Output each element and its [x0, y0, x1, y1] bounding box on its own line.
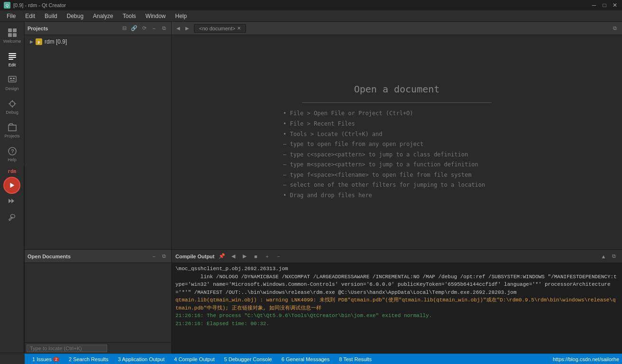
maximize-button[interactable]: □ [601, 2, 608, 9]
status-tab-compile[interactable]: 4 Compile Output [169, 354, 220, 364]
svg-rect-10 [13, 78, 15, 79]
search-bar [0, 353, 25, 364]
editor-content: Open a document • File > Open File or Pr… [172, 35, 622, 249]
menu-item-build[interactable]: Build [40, 12, 62, 20]
doc-hint-line: • Drag and drop files here [283, 191, 511, 201]
doc-hint-line: • File > Recent Files [283, 119, 511, 129]
menu-item-window[interactable]: Window [141, 12, 171, 20]
project-tree-item[interactable]: ▶ p rdm [0.9] [25, 37, 171, 46]
titlebar-controls: ─ □ ✕ [591, 2, 618, 9]
projects-panel: Projects ⊟ 🔗 ⟳ − ⧉ ▶ p [25, 22, 172, 249]
tab-back-button[interactable]: ◀ [174, 25, 182, 32]
locate-bar [25, 342, 171, 354]
projects-tree: ▶ p rdm [0.9] [25, 35, 171, 249]
menu-item-tools[interactable]: Tools [118, 12, 141, 20]
status-tab-issues[interactable]: 1 Issues2 [27, 354, 64, 364]
titlebar-title: [0.9] - rdm - Qt Creator [13, 2, 66, 8]
tree-arrow: ▶ [28, 39, 34, 45]
menu-item-file[interactable]: File [2, 12, 20, 20]
open-docs-collapse-btn[interactable]: − [150, 252, 158, 261]
status-tab-debugger[interactable]: 5 Debugger Console [220, 354, 277, 364]
project-icon: p [35, 38, 43, 46]
left-sidebar: Welcome Edit Desig [0, 22, 25, 166]
doc-hint-line: – type c<space><pattern> to jump to a cl… [283, 150, 511, 160]
compile-prev-icon[interactable]: ◀ [229, 252, 238, 261]
svg-rect-6 [9, 57, 16, 58]
tab-close-button[interactable]: ✕ [237, 26, 241, 31]
svg-rect-7 [9, 59, 13, 60]
menu-item-edit[interactable]: Edit [20, 12, 40, 20]
rdm-label: rdm [8, 169, 16, 174]
sidebar-item-help[interactable]: ? Help [2, 142, 23, 166]
open-docs-header-left: Open Documents [27, 254, 71, 259]
compile-header-left: Compile Output 📌 ◀ ▶ ■ + − [175, 252, 283, 261]
projects-header-left: Projects [27, 26, 48, 31]
sidebar-item-projects[interactable]: Projects [2, 118, 23, 142]
compile-output-panel: Compile Output 📌 ◀ ▶ ■ + − ▲ ⧉ [172, 250, 622, 354]
compile-line: 21:26:16: The process "C:\Qt\Qt5.9.6\Too… [175, 312, 618, 320]
svg-marker-19 [10, 183, 14, 188]
status-tab-app_output[interactable]: 3 Application Output [113, 354, 169, 364]
svg-rect-9 [10, 78, 12, 79]
status-tab-test[interactable]: 8 Test Results [334, 354, 376, 364]
link-icon[interactable]: 🔗 [130, 24, 138, 33]
doc-hint-line: – select one of the other filters for ju… [283, 180, 511, 191]
open-doc-divider [302, 102, 492, 103]
sidebar-item-edit[interactable]: Edit [2, 47, 23, 71]
editor-area: ◀ ▶ <no document> ✕ ⧉ Open a document • … [172, 22, 622, 249]
debug-run-icon[interactable] [7, 197, 17, 208]
wrench-icon [7, 213, 17, 223]
sidebar-projects-label: Projects [4, 134, 20, 138]
run-button[interactable] [3, 177, 20, 194]
locate-input[interactable] [27, 345, 107, 352]
status-tab-search[interactable]: 2 Search Results [64, 354, 113, 364]
lower-area: Open Documents − ⧉ [25, 249, 622, 354]
doc-hint-line: • Tools > Locate (Ctrl+K) and [283, 129, 511, 140]
menu-item-debug[interactable]: Debug [62, 12, 88, 20]
close-button[interactable]: ✕ [612, 2, 618, 9]
open-docs-icons: − ⧉ [150, 252, 168, 261]
upper-area: Projects ⊟ 🔗 ⟳ − ⧉ ▶ p [25, 22, 622, 249]
menu-item-help[interactable]: Help [171, 12, 192, 20]
tab-forward-button[interactable]: ▶ [183, 25, 191, 32]
compile-add-icon[interactable]: + [263, 252, 272, 261]
svg-point-12 [10, 101, 15, 106]
menubar: FileEditBuildDebugAnalyzeToolsWindowHelp [0, 10, 622, 22]
svg-marker-20 [9, 199, 11, 203]
sidebar-item-debug[interactable]: Debug [2, 95, 23, 118]
compile-expand-btn[interactable]: ⧉ [610, 252, 618, 261]
compile-stop-icon[interactable]: ■ [252, 252, 260, 261]
svg-rect-4 [9, 53, 16, 54]
minimize-button[interactable]: ─ [591, 2, 597, 9]
open-docs-expand-btn[interactable]: ⧉ [160, 252, 168, 261]
status-tab-general[interactable]: 6 General Messages [277, 354, 335, 364]
sidebar-welcome-label: Welcome [3, 39, 21, 44]
no-document-tab[interactable]: <no document> ✕ [194, 24, 246, 33]
compile-minus-icon[interactable]: − [274, 252, 283, 261]
compile-line: link /NOLOGO /DYNAMICBASE /NXCOMPAT /LAR… [175, 273, 618, 297]
sidebar-edit-label: Edit [9, 63, 16, 67]
compile-collapse-btn[interactable]: ▲ [599, 252, 608, 261]
sidebar-item-design[interactable]: Design [2, 71, 23, 95]
expand-panel-icon[interactable]: ⧉ [160, 24, 168, 33]
open-docs-title: Open Documents [27, 254, 71, 259]
sidebar-debug-label: Debug [6, 110, 18, 115]
svg-rect-11 [10, 80, 15, 81]
collapse-icon[interactable]: − [150, 24, 158, 33]
compile-content: \moc_qsshclient_p.obj.2692.26313.jom lin… [172, 263, 622, 354]
tab-expand-button[interactable]: ⧉ [611, 24, 619, 33]
tab-label: <no document> [199, 26, 235, 31]
sync-icon[interactable]: ⟳ [140, 24, 148, 33]
compile-line: \moc_qsshclient_p.obj.2692.26313.jom [175, 265, 618, 273]
compile-pin-icon[interactable]: 📌 [218, 252, 226, 261]
compile-next-icon[interactable]: ▶ [240, 252, 249, 261]
sidebar-item-welcome[interactable]: Welcome [2, 24, 23, 47]
compile-header-icons: ▲ ⧉ [599, 252, 618, 261]
menu-item-analyze[interactable]: Analyze [88, 12, 118, 20]
statusbar-right: https://blog.csdn.net/sailorhe [553, 356, 619, 362]
svg-marker-21 [11, 199, 14, 203]
svg-rect-3 [13, 33, 17, 37]
filter-icon[interactable]: ⊟ [120, 24, 128, 33]
doc-hint-line: – type to open file from any open projec… [283, 139, 511, 150]
left-sidebar-bottom: rdm [0, 166, 24, 353]
